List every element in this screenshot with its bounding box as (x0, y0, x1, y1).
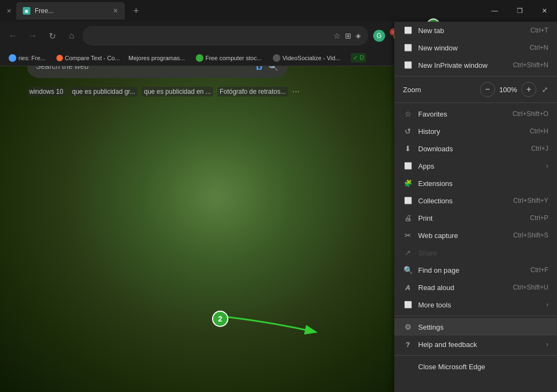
moretools-label: More tools (418, 301, 541, 309)
inprivate-label: New InPrivate window (418, 61, 508, 69)
profile-icon[interactable]: G (370, 27, 388, 44)
menu-item-apps[interactable]: ⬜ Apps › (394, 157, 557, 175)
more-links-button[interactable]: ··· (292, 87, 299, 97)
collections-icon: ⬜ (403, 196, 413, 205)
close-button[interactable]: ✕ (532, 0, 557, 22)
close-edge-icon (403, 362, 413, 371)
collections-shortcut: Ctrl+Shift+Y (513, 197, 548, 204)
zoom-in-button[interactable]: + (521, 82, 536, 97)
menu-item-readaloud[interactable]: A Read aloud Ctrl+Shift+U (394, 279, 557, 296)
new-window-label: New window (418, 44, 524, 52)
context-menu: ⬜ New tab Ctrl+T ⬜ New window Ctrl+N ⬜ N… (394, 22, 557, 392)
history-icon: ↺ (403, 126, 413, 136)
settings-icon: ⚙ (403, 322, 413, 332)
downloads-shortcut: Ctrl+J (531, 145, 548, 152)
readaloud-shortcut: Ctrl+Shift+U (513, 284, 548, 291)
find-icon: 🔍 (403, 265, 413, 275)
help-arrow-icon: › (546, 340, 548, 348)
tab-close-button[interactable]: ✕ (113, 7, 118, 15)
quicklink-4[interactable]: Fotógrafo de retratos... (217, 87, 288, 97)
browser-tab[interactable]: ▣ Free... ✕ (16, 2, 125, 20)
help-label: Help and feedback (418, 340, 541, 349)
collections-label: Collections (418, 197, 508, 205)
print-shortcut: Ctrl+P (530, 214, 548, 222)
apps-arrow-icon: › (546, 162, 548, 170)
menu-item-extensions[interactable]: 🧩 Extensions (394, 175, 557, 192)
extensions-label: Extensions (418, 179, 548, 188)
downloads-icon: ⬇ (403, 144, 413, 153)
quicklink-1[interactable]: windows 10 (27, 87, 66, 97)
new-tab-button[interactable]: + (128, 3, 144, 19)
menu-item-inprivate[interactable]: ⬜ New InPrivate window Ctrl+Shift+N (394, 56, 557, 74)
menu-item-find[interactable]: 🔍 Find on page Ctrl+F (394, 261, 557, 279)
quicklink-2[interactable]: que es publicidad gr... (70, 87, 138, 97)
apps-label: Apps (418, 162, 541, 170)
maximize-button[interactable]: ❐ (507, 0, 532, 22)
menu-item-history[interactable]: ↺ History Ctrl+H (394, 123, 557, 140)
menu-item-share[interactable]: ↗ Share (394, 244, 557, 261)
window-controls: — ❐ ✕ (482, 0, 557, 22)
favorites-shortcut: Ctrl+Shift+O (513, 110, 548, 118)
history-shortcut: Ctrl+H (530, 127, 548, 135)
moretools-arrow-icon: › (546, 301, 548, 309)
close-edge-label: Close Microsoft Edge (418, 363, 548, 371)
forward-button[interactable]: → (24, 27, 41, 44)
fav-item-1[interactable]: ries: Fre... (4, 53, 50, 63)
fav-item-5[interactable]: VideoSocialize - Vid... (268, 53, 345, 63)
print-label: Print (418, 214, 524, 222)
star-icon[interactable]: ☆ (334, 31, 341, 40)
share-label: Share (418, 249, 548, 257)
menu-item-help[interactable]: ? Help and feedback › (394, 336, 557, 353)
menu-item-settings[interactable]: ⚙ Settings (394, 318, 557, 336)
menu-item-new-window[interactable]: ⬜ New window Ctrl+N (394, 39, 557, 56)
split-icon[interactable]: ⊞ (345, 31, 351, 40)
menu-divider-1 (394, 76, 557, 76)
help-icon: ? (403, 339, 413, 349)
feedback-icon[interactable]: ◈ (356, 32, 361, 40)
share-icon: ↗ (403, 248, 413, 258)
find-label: Find on page (418, 266, 525, 274)
back-button[interactable]: ← (4, 27, 22, 44)
quick-links: windows 10 que es publicidad gr... que e… (27, 87, 299, 97)
menu-item-favorites[interactable]: ☆ Favorites Ctrl+Shift+O (394, 105, 557, 123)
favorites-label: Favorites (418, 110, 507, 118)
moretools-icon: ⬜ (403, 300, 413, 310)
menu-divider-2 (394, 102, 557, 103)
new-window-shortcut: Ctrl+N (530, 44, 548, 52)
print-icon: 🖨 (403, 213, 413, 223)
menu-divider-4 (394, 355, 557, 356)
menu-item-close-edge[interactable]: Close Microsoft Edge (394, 358, 557, 375)
zoom-label: Zoom (403, 86, 477, 94)
favorites-icon: ☆ (403, 109, 413, 119)
arrow-annotation-2: 2 (212, 310, 320, 348)
readaloud-label: Read aloud (418, 284, 508, 292)
fav-item-4[interactable]: Free computer stoc... (191, 53, 266, 63)
new-tab-icon: ⬜ (403, 25, 413, 35)
apps-icon: ⬜ (403, 161, 413, 171)
webcapture-icon: ✂ (403, 230, 413, 240)
refresh-button[interactable]: ↻ (43, 27, 61, 44)
fav-item-6[interactable]: ✓ D (347, 52, 370, 63)
new-tab-shortcut: Ctrl+T (530, 27, 548, 34)
home-button[interactable]: ⌂ (63, 27, 80, 44)
menu-item-new-tab[interactable]: ⬜ New tab Ctrl+T (394, 22, 557, 39)
menu-item-print[interactable]: 🖨 Print Ctrl+P (394, 209, 557, 227)
inprivate-icon: ⬜ (403, 60, 413, 70)
menu-divider-3 (394, 316, 557, 316)
tab-favicon: ▣ (23, 7, 30, 15)
address-bar-field[interactable]: ☆ ⊞ ◈ (82, 26, 368, 46)
menu-item-collections[interactable]: ⬜ Collections Ctrl+Shift+Y (394, 192, 557, 209)
fav-item-3[interactable]: Mejores programas... (126, 54, 189, 62)
zoom-expand-icon[interactable]: ⤢ (542, 85, 548, 94)
menu-item-webcapture[interactable]: ✂ Web capture Ctrl+Shift+S (394, 227, 557, 244)
readaloud-icon: A (403, 282, 413, 292)
menu-item-moretools[interactable]: ⬜ More tools › (394, 296, 557, 313)
history-label: History (418, 127, 524, 136)
tab-close-icon[interactable]: ✕ (3, 5, 14, 16)
quicklink-3[interactable]: que es publicidad en ... (142, 87, 213, 97)
menu-item-downloads[interactable]: ⬇ Downloads Ctrl+J (394, 140, 557, 157)
zoom-out-button[interactable]: − (480, 82, 495, 97)
tab-title: Free... (35, 7, 108, 15)
minimize-button[interactable]: — (482, 0, 507, 22)
fav-item-2[interactable]: Compare Text - Co... (52, 54, 124, 62)
